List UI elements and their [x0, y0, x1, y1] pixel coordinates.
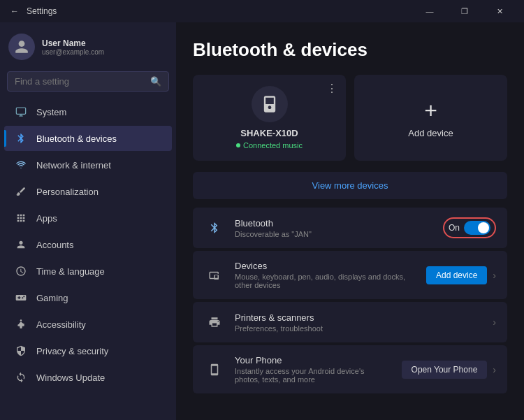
printers-row-icon: [204, 312, 225, 333]
back-button[interactable]: ←: [8, 5, 21, 17]
phone-subtitle: Instantly access your Android device's p…: [235, 367, 392, 384]
device-name: SHAKE-X10D: [240, 128, 298, 138]
avatar: [8, 34, 35, 60]
printers-title: Printers & scanners: [235, 312, 483, 323]
window-title: Settings: [27, 6, 57, 16]
status-dot: [236, 143, 240, 147]
svg-rect-0: [16, 108, 25, 114]
sidebar-item-personalization[interactable]: Personalization: [4, 179, 172, 204]
device-status: Connected music: [236, 141, 303, 150]
svg-point-3: [20, 319, 22, 321]
network-icon: [14, 158, 28, 172]
sidebar-label-personalization: Personalization: [36, 187, 99, 197]
device-icon: [252, 86, 288, 122]
sidebar-label-system: System: [36, 107, 66, 117]
add-device-card[interactable]: + Add device: [354, 75, 507, 161]
sidebar-label-bluetooth: Bluetooth & devices: [36, 133, 117, 144]
sidebar-label-gaming: Gaming: [36, 293, 68, 303]
gaming-icon: [14, 291, 28, 305]
sidebar-item-network[interactable]: Network & internet: [4, 152, 172, 178]
sidebar-item-bluetooth[interactable]: Bluetooth & devices: [4, 126, 172, 151]
phone-title: Your Phone: [235, 355, 392, 365]
device-menu-icon[interactable]: ⋮: [326, 82, 337, 95]
bluetooth-toggle[interactable]: [464, 221, 490, 235]
settings-section: Bluetooth Discoverable as "JAN" On: [193, 208, 507, 395]
bluetooth-title: Bluetooth: [235, 218, 433, 229]
sidebar-label-apps: Apps: [36, 213, 57, 224]
update-icon: [14, 370, 28, 384]
devices-row[interactable]: Devices Mouse, keyboard, pen, audio, dis…: [193, 251, 507, 299]
sidebar-label-time: Time & language: [36, 266, 105, 277]
sidebar-item-update[interactable]: Windows Update: [4, 365, 172, 390]
apps-icon: [14, 211, 28, 225]
profile-section[interactable]: User Name user@example.com: [0, 22, 176, 68]
close-button[interactable]: ✕: [483, 0, 516, 22]
sidebar-item-apps[interactable]: Apps: [4, 205, 172, 231]
device-card-shake[interactable]: ⋮ SHAKE-X10D Connected music: [193, 75, 346, 161]
add-device-label: Add device: [408, 128, 453, 138]
search-input[interactable]: [15, 76, 145, 87]
personalization-icon: [14, 184, 28, 198]
sidebar-label-update: Windows Update: [36, 372, 105, 383]
phone-chevron-icon: ›: [493, 364, 496, 375]
page-title: Bluetooth & devices: [193, 39, 507, 61]
sidebar: User Name user@example.com 🔍 System: [0, 22, 176, 420]
search-box[interactable]: 🔍: [7, 71, 169, 92]
window-controls: — ❐ ✕: [414, 0, 516, 22]
sidebar-item-system[interactable]: System: [4, 99, 172, 124]
devices-chevron-icon: ›: [493, 270, 496, 281]
sidebar-item-privacy[interactable]: Privacy & security: [4, 338, 172, 363]
sidebar-item-time[interactable]: Time & language: [4, 259, 172, 284]
devices-row-icon: [204, 265, 225, 286]
main-panel: Bluetooth & devices ⋮ SHAKE-X10D Connect…: [176, 22, 524, 420]
device-cards-row: ⋮ SHAKE-X10D Connected music + Add devic…: [193, 75, 507, 161]
sidebar-label-accessibility: Accessibility: [36, 319, 86, 330]
bluetooth-nav-icon: [14, 131, 28, 145]
system-icon: [14, 105, 28, 119]
sidebar-item-gaming[interactable]: Gaming: [4, 285, 172, 310]
sidebar-label-network: Network & internet: [36, 160, 111, 171]
time-icon: [14, 264, 28, 278]
sidebar-label-accounts: Accounts: [36, 240, 73, 250]
accounts-icon: [14, 238, 28, 252]
view-more-button[interactable]: View more devices: [193, 172, 507, 199]
printers-row[interactable]: Printers & scanners Preferences, trouble…: [193, 302, 507, 342]
content-area: User Name user@example.com 🔍 System: [0, 22, 524, 420]
bluetooth-row[interactable]: Bluetooth Discoverable as "JAN" On: [193, 208, 507, 248]
maximize-button[interactable]: ❐: [449, 0, 481, 22]
bluetooth-row-icon: [204, 217, 225, 238]
devices-subtitle: Mouse, keyboard, pen, audio, displays an…: [235, 273, 416, 289]
phone-row[interactable]: Your Phone Instantly access your Android…: [193, 345, 507, 393]
accessibility-icon: [14, 317, 28, 331]
printers-chevron-icon: ›: [493, 317, 496, 328]
sidebar-label-privacy: Privacy & security: [36, 346, 108, 356]
search-icon: 🔍: [150, 76, 161, 87]
profile-email: user@example.com: [42, 48, 104, 56]
toggle-label: On: [449, 223, 460, 233]
phone-row-icon: [204, 359, 225, 380]
toggle-thumb: [478, 222, 489, 233]
nav-menu: System Bluetooth & devices Network & int…: [0, 97, 176, 392]
devices-add-button[interactable]: Add device: [426, 266, 487, 284]
privacy-icon: [14, 344, 28, 358]
devices-title: Devices: [235, 261, 416, 271]
sidebar-item-accounts[interactable]: Accounts: [4, 232, 172, 257]
settings-window: ← Settings — ❐ ✕ User Name user@example.…: [0, 0, 524, 420]
printers-subtitle: Preferences, troubleshoot: [235, 324, 483, 333]
titlebar: ← Settings — ❐ ✕: [0, 0, 524, 22]
open-phone-button[interactable]: Open Your Phone: [402, 361, 488, 379]
bluetooth-subtitle: Discoverable as "JAN": [235, 230, 433, 238]
add-plus-icon: +: [424, 98, 437, 124]
sidebar-item-accessibility[interactable]: Accessibility: [4, 312, 172, 337]
profile-name: User Name: [42, 38, 104, 48]
minimize-button[interactable]: —: [414, 0, 446, 22]
bluetooth-toggle-container[interactable]: On: [443, 217, 496, 238]
